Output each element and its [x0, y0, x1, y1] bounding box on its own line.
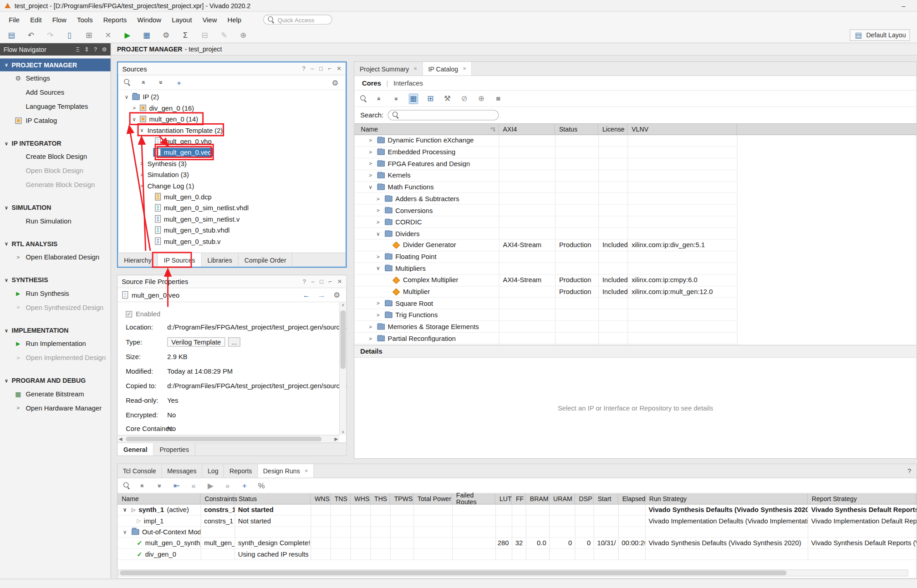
expander-closed-icon[interactable]: >: [367, 137, 374, 143]
add-sources-icon[interactable]: +: [174, 77, 184, 88]
scroll-right-icon[interactable]: ▶: [334, 436, 338, 442]
table-row-fpga-features-and-design[interactable]: >FPGA Features and Design: [354, 158, 737, 170]
tree-row-mult-gen-0[interactable]: ∨mult_gen_0 (14): [118, 113, 346, 124]
column-header-status[interactable]: Status: [555, 124, 598, 134]
column-header-wns[interactable]: WNS: [311, 493, 331, 504]
expander-closed-icon[interactable]: >: [374, 254, 382, 260]
tree-row-mult-gen-0-veo[interactable]: mult_gen_0.veo: [118, 147, 346, 157]
table-row-kernels[interactable]: >Kernels: [354, 170, 737, 182]
expander-closed-icon[interactable]: >: [374, 208, 382, 213]
go-to-start-icon[interactable]: ⇤: [172, 480, 182, 491]
step-back-icon[interactable]: «: [189, 480, 199, 491]
expander-open-icon[interactable]: ∨: [138, 127, 146, 133]
delete-icon[interactable]: ✕: [103, 30, 113, 41]
tab-log[interactable]: Log: [202, 464, 224, 478]
expander-open-icon[interactable]: ∨: [130, 116, 138, 122]
settings-gear-icon[interactable]: ⚙: [331, 77, 340, 88]
menu-tools[interactable]: Tools: [72, 14, 98, 25]
column-header-start[interactable]: Start: [594, 493, 618, 504]
run-icon[interactable]: ▶: [123, 30, 132, 41]
column-header-lut[interactable]: LUT: [495, 493, 512, 504]
search-icon[interactable]: [360, 95, 367, 102]
collapse-all-icon[interactable]: «: [138, 481, 148, 490]
minimize-icon[interactable]: –: [311, 278, 315, 284]
flow-item-run-synthesis[interactable]: ▶Run Synthesis: [0, 286, 111, 300]
column-header-dsp[interactable]: DSP: [575, 493, 594, 504]
close-icon[interactable]: ×: [463, 66, 466, 72]
menu-help[interactable]: Help: [222, 14, 247, 25]
file-properties-header[interactable]: Source File Properties ?–□⌐✕: [117, 275, 346, 288]
table-row-adders-subtracters[interactable]: >Adders & Subtracters: [354, 193, 737, 205]
expander-open-icon[interactable]: ∨: [374, 265, 382, 271]
flow-item-open-hardware-manager[interactable]: >Open Hardware Manager: [0, 401, 111, 415]
table-row-dynamic-function-exchange[interactable]: >Dynamic Function eXchange: [354, 135, 737, 147]
column-header-report_strategy[interactable]: Report Strategy: [808, 493, 917, 504]
scrollbar-thumb[interactable]: [341, 310, 346, 369]
expander-closed-icon[interactable]: >: [374, 219, 382, 225]
help-icon[interactable]: ?: [302, 66, 306, 72]
redo-icon[interactable]: ↷: [46, 30, 55, 41]
flow-item-open-elaborated-design[interactable]: >Open Elaborated Design: [0, 250, 111, 264]
table-row-floating-point[interactable]: >Floating Point: [354, 251, 737, 263]
expander-closed-icon[interactable]: >: [138, 172, 146, 177]
expander-closed-icon[interactable]: >: [374, 196, 382, 202]
column-header-bram[interactable]: BRAM: [526, 493, 549, 504]
expander-closed-icon[interactable]: >: [367, 172, 374, 178]
column-header-run_strategy[interactable]: Run Strategy: [645, 493, 808, 504]
interfaces-link[interactable]: Interfaces: [393, 80, 423, 86]
search-icon[interactable]: [124, 79, 131, 86]
cores-link[interactable]: Cores: [362, 80, 381, 86]
expander-open-icon[interactable]: ∨: [367, 184, 374, 190]
table-row-math-functions[interactable]: ∨Math Functions: [354, 182, 737, 193]
flow-section-header-simulation[interactable]: ∨SIMULATION: [0, 201, 111, 214]
tab-ip-sources[interactable]: IP Sources: [158, 253, 202, 267]
group-by-category-icon[interactable]: ▦: [409, 93, 418, 104]
close-icon[interactable]: ✕: [337, 278, 342, 284]
table-row-square-root[interactable]: >Square Root: [354, 298, 737, 309]
table-row-conversions[interactable]: >Conversions: [354, 205, 737, 217]
more-button[interactable]: ...: [228, 337, 241, 347]
expander-open-icon[interactable]: ∨: [123, 94, 131, 100]
table-row-dividers[interactable]: ∨Dividers: [354, 228, 737, 240]
scrollbar-thumb[interactable]: [126, 436, 321, 441]
expander-closed-icon[interactable]: >: [374, 300, 382, 306]
layout-icon[interactable]: ⊟: [200, 30, 209, 41]
flow-section-header-program-and-debug[interactable]: ∨PROGRAM AND DEBUG: [0, 374, 111, 387]
flow-section-header-ip-integrator[interactable]: ∨IP INTEGRATOR: [0, 137, 111, 150]
tree-row-synthesis[interactable]: >Synthesis (3): [118, 158, 346, 169]
tree-row-mult-gen-0-stub-v[interactable]: mult_gen_0_stub.v: [118, 236, 346, 247]
tab-properties[interactable]: Properties: [154, 443, 195, 456]
column-header-ff[interactable]: FF: [512, 493, 526, 504]
flow-item-open-block-design[interactable]: Open Block Design: [0, 164, 111, 178]
column-header-constraints[interactable]: Constraints: [201, 493, 234, 504]
tab-general[interactable]: General: [117, 443, 154, 456]
probe-icon[interactable]: ⊕: [239, 30, 248, 41]
tab-tcl-console[interactable]: Tcl Console: [117, 464, 162, 478]
expander-closed-icon[interactable]: >: [367, 161, 374, 167]
report-icon[interactable]: ▯: [65, 30, 75, 41]
menu-flow[interactable]: Flow: [47, 14, 71, 25]
collapse-panel-icon[interactable]: Ξ: [76, 46, 79, 52]
tab-compile-order[interactable]: Compile Order: [239, 253, 293, 267]
column-header-failed_routes[interactable]: Failed Routes: [452, 493, 495, 504]
flow-section-header-project-manager[interactable]: ∨PROJECT MANAGER: [0, 58, 111, 71]
expander-open-icon[interactable]: ∨: [121, 529, 129, 535]
menu-file[interactable]: File: [4, 14, 25, 25]
expander-closed-icon[interactable]: >: [367, 324, 374, 329]
expander-open-icon[interactable]: ∨: [374, 231, 382, 237]
collapse-all-icon[interactable]: «: [138, 78, 149, 87]
expand-all-icon[interactable]: »: [154, 481, 165, 490]
properties-icon[interactable]: ⊘: [460, 93, 469, 104]
table-row-divider-generator[interactable]: Divider GeneratorAXI4-StreamProductionIn…: [354, 240, 737, 252]
menu-reports[interactable]: Reports: [98, 14, 132, 25]
tree-row-mult-gen-0-dcp[interactable]: mult_gen_0.dcp: [118, 191, 346, 202]
minimize-icon[interactable]: –: [311, 66, 314, 72]
horizontal-scrollbar[interactable]: ◀ ▶: [117, 435, 339, 443]
tree-row-simulation[interactable]: >Simulation (3): [118, 169, 346, 180]
column-header-axi4[interactable]: AXI4: [499, 124, 555, 134]
column-header-name[interactable]: Name: [117, 493, 200, 504]
undo-icon[interactable]: ↶: [26, 30, 36, 41]
add-run-icon[interactable]: +: [240, 480, 250, 491]
scrollbar-thumb[interactable]: [120, 571, 786, 575]
expander-closed-icon[interactable]: >: [367, 335, 374, 341]
